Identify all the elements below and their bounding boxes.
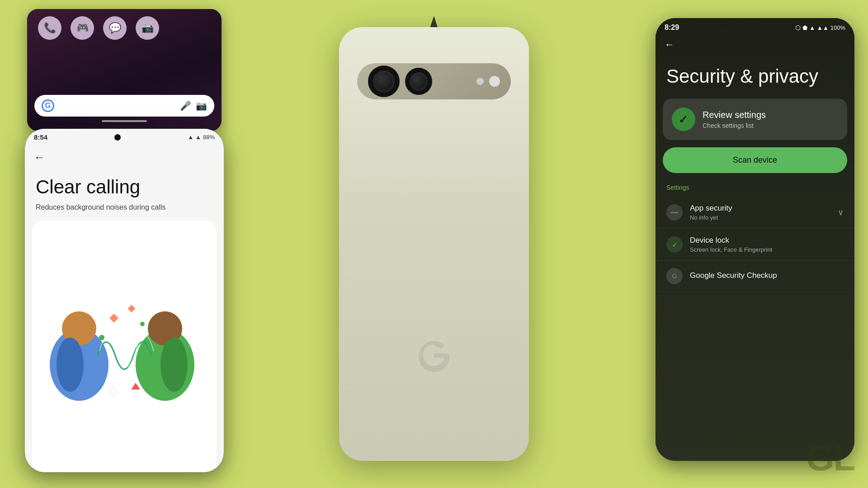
review-text: Review settings Check settings list — [703, 110, 838, 129]
chevron-down-icon: ∨ — [838, 207, 844, 217]
google-logo-svg — [416, 337, 452, 373]
shield-check-icon: ✓ — [672, 108, 695, 131]
settings-section-label: Settings — [656, 184, 854, 197]
back-button-right[interactable]: ← — [656, 35, 854, 58]
status-bar-dark: 8:29 ⬡ ⬟ ▲ ▲▲ 100% — [656, 18, 854, 35]
svg-rect-6 — [109, 314, 118, 323]
vibrate-icon: ⬟ — [802, 24, 807, 31]
review-subtitle: Check settings list — [703, 122, 838, 129]
phone-bottomleft-screen: 8:54 ▲ ▲ 88% ← Clear calling Reduces bac… — [25, 129, 224, 472]
camera-lens-main — [368, 66, 400, 97]
settings-item-app-security[interactable]: — App security No info yet ∨ — [656, 197, 854, 229]
camera-led — [489, 76, 500, 87]
wifi-icon: ▲ — [195, 134, 201, 141]
review-title: Review settings — [703, 110, 838, 120]
scan-device-button[interactable]: Scan device — [663, 147, 847, 173]
review-card[interactable]: ✓ Review settings Check settings list — [663, 99, 847, 140]
google-bar-icons: 🎤 📷 — [180, 100, 207, 111]
settings-item-google-security[interactable]: G Google Security Checkup — [656, 261, 854, 292]
status-time-left: 8:54 — [34, 133, 47, 141]
phone-right-screen: 8:29 ⬡ ⬟ ▲ ▲▲ 100% ← Security & privacy … — [656, 18, 854, 461]
google-g-back — [416, 337, 452, 375]
camera-lens-secondary — [405, 68, 432, 95]
app-icons-row: 📞 🎮 💬 📷 — [34, 16, 214, 40]
app-security-text: App security No info yet — [690, 204, 830, 221]
camera-lens-inner-2 — [410, 72, 428, 90]
svg-point-11 — [109, 388, 117, 395]
google-g-logo: G — [42, 99, 54, 112]
wifi-icon-right: ▲ — [809, 24, 815, 31]
lens-icon[interactable]: 📷 — [196, 100, 207, 111]
svg-point-8 — [99, 335, 104, 340]
status-icons-left: ▲ ▲ 88% — [188, 134, 215, 141]
check-icon: ✓ — [672, 240, 678, 249]
camera-bar — [357, 63, 511, 99]
app-security-title: App security — [690, 204, 830, 213]
illustration-area — [32, 221, 217, 472]
phone-bottomleft: 8:54 ▲ ▲ 88% ← Clear calling Reduces bac… — [25, 129, 224, 472]
watermark: GL — [806, 437, 854, 479]
battery-icon-right: 100% — [830, 24, 845, 31]
phone-topleft: 📞 🎮 💬 📷 G 🎤 📷 — [27, 9, 222, 131]
status-center-icons: ⬡ ⬟ ▲ ▲▲ 100% — [795, 24, 845, 31]
phone-center — [339, 27, 529, 461]
svg-point-2 — [57, 338, 84, 392]
svg-marker-10 — [131, 383, 140, 389]
settings-item-device-lock[interactable]: ✓ Device lock Screen lock, Face & Finger… — [656, 229, 854, 261]
signal-icon: ▲ — [188, 134, 193, 141]
back-button-left[interactable]: ← — [25, 144, 224, 167]
app-icon-camera[interactable]: 📷 — [136, 16, 159, 40]
google-icon: G — [672, 272, 677, 280]
clear-calling-illustration — [38, 274, 210, 419]
svg-point-9 — [140, 322, 145, 326]
app-icon-chat[interactable]: 💬 — [103, 16, 127, 40]
device-lock-subtitle: Screen lock, Face & Fingerprint — [690, 246, 844, 253]
phone-topleft-screen: 📞 🎮 💬 📷 G 🎤 📷 — [27, 9, 222, 131]
device-lock-text: Device lock Screen lock, Face & Fingerpr… — [690, 236, 844, 253]
google-search-bar[interactable]: G 🎤 📷 — [34, 95, 214, 117]
security-title: Security & privacy — [656, 58, 854, 99]
status-bar-light: 8:54 ▲ ▲ 88% — [25, 129, 224, 144]
camera-dot — [476, 78, 484, 85]
phone-right: 8:29 ⬡ ⬟ ▲ ▲▲ 100% ← Security & privacy … — [656, 18, 854, 461]
status-time-right: 8:29 — [665, 23, 679, 32]
app-icon-phone[interactable]: 📞 — [38, 16, 61, 40]
clear-calling-subtitle: Reduces background noises during calls — [25, 203, 224, 221]
clear-calling-title: Clear calling — [25, 167, 224, 203]
app-security-icon: — — [666, 204, 683, 221]
home-indicator — [102, 120, 147, 122]
battery-icon: 88% — [203, 134, 215, 141]
google-security-icon: G — [666, 268, 683, 284]
punch-hole-camera — [114, 134, 121, 141]
svg-rect-7 — [128, 305, 136, 312]
app-security-subtitle: No info yet — [690, 214, 830, 221]
mic-icon[interactable]: 🎤 — [180, 100, 191, 111]
google-security-text: Google Security Checkup — [690, 271, 844, 282]
svg-point-5 — [160, 338, 188, 392]
minus-icon: — — [671, 208, 678, 216]
phone-center-body — [339, 27, 529, 461]
google-security-title: Google Security Checkup — [690, 271, 844, 280]
bluetooth-icon: ⬡ — [795, 24, 801, 31]
device-lock-title: Device lock — [690, 236, 844, 245]
signal-icon-right: ▲▲ — [817, 24, 829, 31]
app-icon-game[interactable]: 🎮 — [71, 16, 94, 40]
device-lock-icon: ✓ — [666, 236, 683, 253]
camera-lens-inner — [373, 70, 395, 92]
